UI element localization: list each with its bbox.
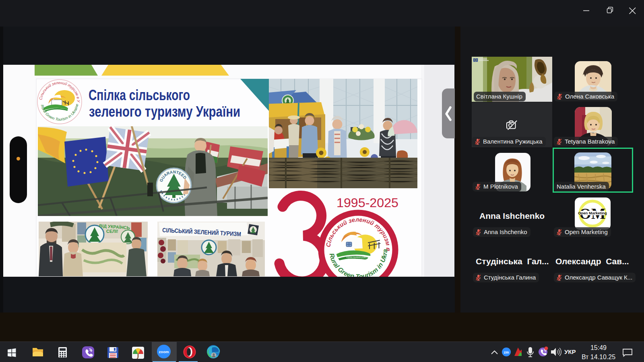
svg-text:Спілка сільського: Спілка сільського [89,87,190,103]
svg-text:УКР: УКР [564,348,576,355]
svg-text:zoom: zoom [159,350,169,354]
svg-text:зеленого туризму України: зеленого туризму України [89,103,240,120]
svg-text:СЕЛІ!: СЕЛІ! [106,229,118,234]
svg-text:сільського зеленого туризму: сільського зеленого туризму [347,258,372,260]
svg-text:Спілка сприяння розвитку: Спілка сприяння розвитку [346,256,369,258]
svg-text:Вт 14.10.25: Вт 14.10.25 [582,354,615,360]
svg-text:zm: zm [504,350,509,354]
svg-text:1995-2025: 1995-2025 [336,195,398,210]
svg-text:Open Marketing: Open Marketing [578,211,607,215]
svg-text:15:49: 15:49 [590,344,607,351]
